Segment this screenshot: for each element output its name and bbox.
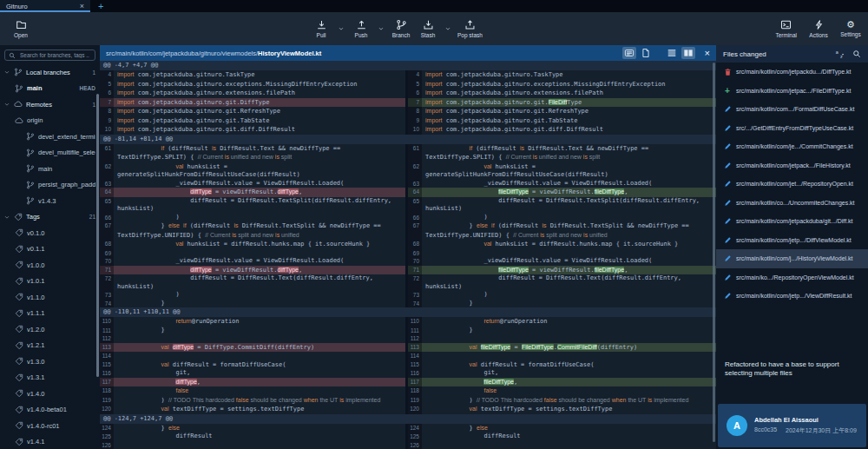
tree-item-v1-0-1[interactable]: v1.0.1 <box>0 274 100 290</box>
settings-button[interactable]: ⚙ Settings <box>840 20 861 37</box>
tree-item-label: v1.2.1 <box>27 341 95 349</box>
tree-item-devel-extend-termina[interactable]: devel_extend_termina <box>0 129 100 145</box>
push-options-button[interactable] <box>378 25 385 32</box>
line-number: 67 <box>100 221 114 240</box>
code-line <box>114 441 405 449</box>
tree-item-v0-1-0[interactable]: v0.1.0 <box>0 225 100 241</box>
tree-item-v1-2-1[interactable]: v1.2.1 <box>0 338 100 354</box>
tree-item-v0-1-1[interactable]: v0.1.1 <box>0 241 100 258</box>
code-line: ) // TODO This hardcoded false should be… <box>114 396 405 406</box>
branch-search-box[interactable] <box>4 50 95 61</box>
tree-item-v1-4-0[interactable]: v1.4.0 <box>0 386 100 402</box>
pull-options-button[interactable] <box>338 25 345 32</box>
tree-item-devel-multifile-select[interactable]: devel_multifile_select <box>0 145 100 162</box>
file-item-historyviewmodel-kt[interactable]: src/main/kotlin/com/j.../HistoryViewMode… <box>716 249 868 268</box>
branch-button[interactable]: Branch <box>391 19 411 38</box>
sidebar-scrollbar[interactable] <box>96 94 99 377</box>
file-item-uncommitedchanges-kt[interactable]: src/main/kotlin/co.../UncommitedChanges.… <box>716 194 868 213</box>
pop-stash-button[interactable]: Pop stash <box>457 19 483 38</box>
diff-line-110: 110 return@runOperation110 return@runOpe… <box>100 317 716 327</box>
tree-item-persist-graph-paddin[interactable]: persist_graph_paddin <box>0 177 100 194</box>
file-item-difftype-kt[interactable]: src/main/kotlin/com/jetpackdu.../DiffTyp… <box>716 63 868 82</box>
code-line: import com.jetpackduba.gitnuro.git.Refre… <box>422 107 716 116</box>
search-icon[interactable] <box>852 50 861 58</box>
tree-item-label: v1.3.1 <box>27 373 95 381</box>
tree-section-remotes[interactable]: Remotes1 <box>0 96 100 113</box>
close-diff-icon[interactable]: × <box>705 48 710 58</box>
unified-view-button[interactable] <box>665 47 679 59</box>
tree-item-v1-4-3[interactable]: v1.4.3 <box>0 193 100 209</box>
file-item-filehistory-kt[interactable]: src/main/kotlin/com/jetpack.../FileHisto… <box>716 156 868 175</box>
count-badge: 1 <box>92 102 95 108</box>
tree-item-v1-4-0-rc01[interactable]: v1.4.0-rc01 <box>0 418 100 434</box>
file-item-repositoryopen-kt[interactable]: src/main/kotlin/com/jet.../RepositoryOpe… <box>716 175 868 194</box>
code-line: import com.jetpackduba.gitnuro.git.TabSt… <box>114 116 405 126</box>
diff-line-5: 5import com.jetpackduba.gitnuro.exceptio… <box>100 80 716 89</box>
tree-section-tags[interactable]: Tags21 <box>0 209 100 226</box>
tree-item-label: v1.4.3 <box>38 197 95 205</box>
tag-icon <box>15 261 23 269</box>
push-button[interactable]: Push <box>351 19 372 38</box>
new-tab-button[interactable]: + <box>98 0 103 12</box>
svg-text:z: z <box>840 54 843 59</box>
pencil-icon <box>724 254 732 262</box>
line-number: 9 <box>100 116 114 126</box>
chevron-down-icon <box>3 214 10 221</box>
tree-section-local-branches[interactable]: Local branches1 <box>0 64 100 81</box>
file-item-filedifftype-kt[interactable]: +src/main/kotlin/com/jetpac.../FileDiffT… <box>716 82 868 101</box>
terminal-button[interactable]: Terminal <box>775 19 797 38</box>
branch-label: Branch <box>392 32 411 38</box>
tree-item-v1-4-0-beta01[interactable]: v1.4.0-beta01 <box>0 402 100 419</box>
file-item-viewdiffresult-kt[interactable]: src/main/kotlin/com/jetp.../ViewDiffResu… <box>716 287 868 306</box>
file-item-commitchanges-kt[interactable]: src/main/kotlin/com/je.../CommitChanges.… <box>716 137 868 156</box>
tag-icon <box>15 438 23 446</box>
tab-title: Gitnuro <box>6 3 76 10</box>
line-number: 7 <box>408 98 422 108</box>
tag-icon <box>15 325 23 333</box>
hunk-header: @@ -81,14 +81,14 @@ <box>100 135 716 144</box>
diff-line-120: 120 val textDiffType = settings.textDiff… <box>100 405 716 414</box>
code-line: _viewDiffResult.value = ViewDiffResult.L… <box>114 257 405 266</box>
file-item-repositoryopenviewmodel-kt[interactable]: src/main/ko.../RepositoryOpenViewModel.k… <box>716 268 868 287</box>
file-item-diffviewmodel-kt[interactable]: src/main/kotlin/com/jetp.../DiffViewMode… <box>716 231 868 250</box>
tree-item-origin[interactable]: origin <box>0 113 100 129</box>
tree-item-v1-1-0[interactable]: v1.1.0 <box>0 289 100 306</box>
file-path-label: src/main/kotlin/com/jetpackduba/git.../D… <box>736 218 852 224</box>
tree-item-main[interactable]: mainHEAD <box>0 81 100 97</box>
branch-search-input[interactable] <box>18 51 91 59</box>
tree-item-label: v1.4.0 <box>27 390 95 398</box>
open-button[interactable]: Open <box>10 19 31 38</box>
tree-item-label: v1.0.0 <box>27 261 95 269</box>
stash-button[interactable]: Stash <box>418 19 438 38</box>
tree-item-v1-0-0[interactable]: v1.0.0 <box>0 257 100 274</box>
file-item-getdiffentryfromdifftypeusecase-kt[interactable]: src/.../GetDiffEntryFromDiffTypeUseCase.… <box>716 119 868 138</box>
file-item-diff-kt[interactable]: src/main/kotlin/com/jetpackduba/git.../D… <box>716 212 868 231</box>
line-number: 63 <box>408 180 422 188</box>
view-document-button[interactable] <box>639 47 653 59</box>
file-item-formatdiffusecase-kt[interactable]: src/main/kotlin/com.../FormatDiffUseCase… <box>716 100 868 119</box>
tab-gitnuro[interactable]: Gitnuro × <box>0 0 90 12</box>
code-line: import com.jetpackduba.gitnuro.exception… <box>114 80 405 89</box>
actions-button[interactable]: Actions <box>808 19 829 38</box>
tree-item-v1-3-1[interactable]: v1.3.1 <box>0 370 100 386</box>
code-line: return@runOperation <box>114 317 405 327</box>
view-lines-box-button[interactable] <box>622 47 636 59</box>
stash-options-button[interactable] <box>444 25 451 32</box>
tag-icon <box>15 277 23 286</box>
close-tab-icon[interactable]: × <box>80 2 84 10</box>
tree-item-v1-4-1[interactable]: v1.4.1 <box>0 434 100 449</box>
sort-alphabetical-icon[interactable]: az <box>835 50 845 59</box>
code-line: git, <box>114 369 405 378</box>
tree-item-main[interactable]: main <box>0 161 100 177</box>
open-label: Open <box>14 32 28 38</box>
branch-icon <box>26 196 35 205</box>
diff-line-72: 72 diffResult = DiffResult.Text(diffResu… <box>100 274 716 291</box>
tree-item-v1-1-1[interactable]: v1.1.1 <box>0 306 100 322</box>
pull-button[interactable]: Pull <box>311 19 332 38</box>
tree-item-label: v1.1.0 <box>27 294 95 301</box>
diff-scrollbar[interactable] <box>713 63 715 442</box>
tree-item-v1-3-0[interactable]: v1.3.0 <box>0 353 100 370</box>
split-view-button[interactable] <box>681 47 695 59</box>
actions-label: Actions <box>809 32 827 38</box>
tree-item-v1-2-0[interactable]: v1.2.0 <box>0 321 100 338</box>
